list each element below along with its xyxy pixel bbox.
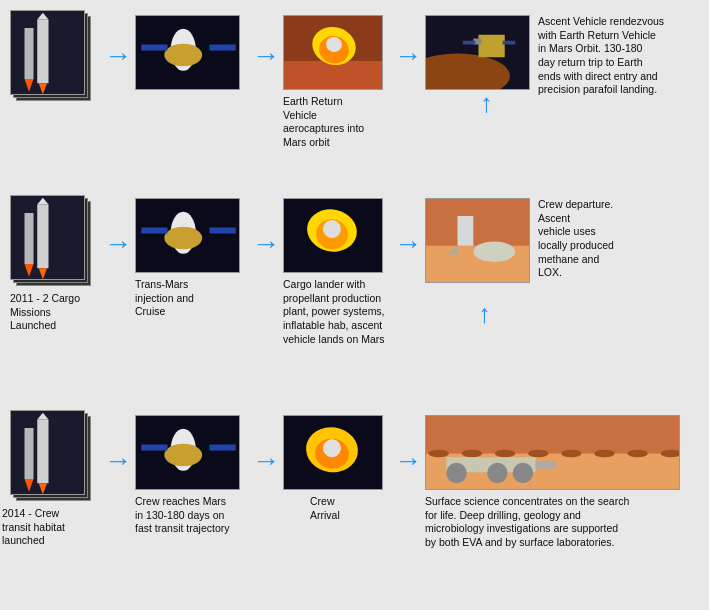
arrow-vertical-up: → — [472, 92, 498, 118]
row1-spacecraft — [135, 15, 240, 90]
arrow-r1-3: → — [390, 42, 426, 70]
arrow-vertical-up-2: → — [468, 303, 499, 329]
caption-aerocapture: Earth Return Vehicle aerocaptures into M… — [283, 95, 364, 150]
caption-crew-departure: Crew departure. Ascent vehicle uses loca… — [538, 198, 614, 280]
arrow-r1-2: → — [248, 42, 284, 70]
arrow-r2-2: → — [248, 230, 284, 258]
diagram: → → Earth Return Vehicle aerocaptures in… — [0, 0, 709, 610]
row2-cargo-lander — [283, 198, 383, 273]
arrow-r2-1: → — [100, 230, 136, 258]
row2-trans-mars — [135, 198, 240, 273]
caption-rendezvous: Ascent Vehicle rendezvous with Earth Ret… — [538, 15, 664, 97]
arrow-r3-1: → — [100, 447, 136, 475]
row2-cargo-rockets — [10, 195, 92, 287]
row1-erv — [425, 15, 530, 90]
row3-crew-arrival — [283, 415, 383, 490]
row1-rocket — [10, 10, 90, 100]
row3-trans-mars — [135, 415, 240, 490]
row3-habitat-rocket — [10, 410, 92, 502]
arrow-r1-1: → — [100, 42, 136, 70]
caption-crew-mars: Crew reaches Mars in 130-180 days on fas… — [135, 495, 230, 536]
row2-crew-departure — [425, 198, 530, 283]
arrow-r3-2: → — [248, 447, 284, 475]
caption-surface-science: Surface science concentrates on the sear… — [425, 495, 629, 550]
caption-cargo-missions: 2011 - 2 Cargo Missions Launched — [10, 292, 80, 333]
caption-trans-mars: Trans-Mars injection and Cruise — [135, 278, 194, 319]
arrow-r3-3: → — [390, 447, 426, 475]
caption-cargo-lander: Cargo lander with propellant production … — [283, 278, 385, 346]
row1-aerocapture — [283, 15, 383, 90]
caption-crew-arrival: Crew Arrival — [310, 495, 340, 522]
caption-crew-habitat: 2014 - Crew transit habitat launched — [2, 507, 65, 548]
row3-surface — [425, 415, 680, 490]
arrow-r2-3: → — [390, 230, 426, 258]
